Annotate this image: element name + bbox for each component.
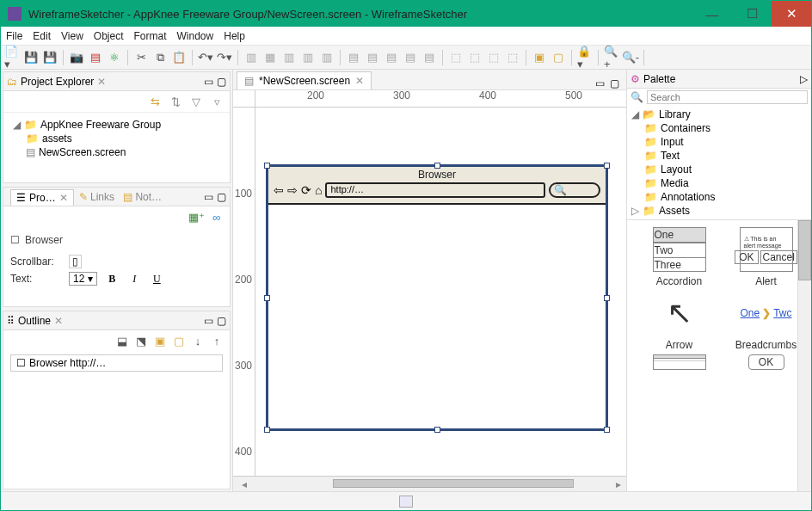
align-bot-icon[interactable]: ▤	[384, 50, 399, 65]
align-right-icon[interactable]: ▥	[281, 50, 297, 65]
maxview-icon[interactable]: ▢	[217, 315, 226, 327]
ol-icon[interactable]: ⬓	[114, 333, 130, 348]
align5-icon[interactable]: ▤	[421, 50, 437, 65]
redo-icon[interactable]: ↷▾	[217, 50, 232, 65]
palette-cat[interactable]: Containers	[661, 122, 710, 134]
palette-item-partial[interactable]: OK	[724, 354, 808, 370]
align-center-icon[interactable]: ▦	[262, 50, 278, 65]
canvas[interactable]: Browser ⇦ ⇨ ⟳ ⌂ http://… 🔍	[255, 108, 626, 476]
add-icon[interactable]: ▦⁺	[188, 209, 204, 225]
minimize-icon[interactable]: ▭	[204, 76, 213, 88]
save-icon[interactable]: 💾	[23, 50, 39, 65]
status-icon[interactable]	[399, 496, 413, 508]
palette-library[interactable]: Library	[659, 108, 691, 120]
palette-item-breadcrumbs[interactable]: One ❯ Twc Breadcrumbs	[724, 291, 808, 351]
paste-icon[interactable]: 📋	[171, 50, 187, 65]
menu-edit[interactable]: Edit	[33, 30, 51, 42]
copy-icon[interactable]: ⧉	[152, 50, 168, 65]
group-icon[interactable]: ▣	[532, 50, 547, 65]
pdf-icon[interactable]: ▤	[88, 50, 103, 65]
zoomin-icon[interactable]: 🔍+	[604, 50, 619, 65]
link-editor-icon[interactable]: ⇅	[168, 94, 183, 109]
ol-icon[interactable]: ▢	[171, 333, 187, 348]
tree-root[interactable]: AppKnee Freeware Group	[40, 119, 161, 131]
dist4-icon[interactable]: ⬚	[505, 50, 520, 65]
close-icon[interactable]: ✕	[59, 192, 68, 204]
horizontal-scrollbar[interactable]: ◂ ▸	[233, 476, 626, 491]
tree-item-screen[interactable]: NewScreen.screen	[39, 146, 126, 158]
zoomout-icon[interactable]: 🔍-	[623, 50, 638, 65]
dist3-icon[interactable]: ⬚	[486, 50, 501, 65]
palette-cat[interactable]: Text	[661, 150, 680, 162]
expander-icon[interactable]: ◢	[631, 108, 639, 120]
expander-icon[interactable]: ▷	[631, 205, 639, 217]
project-explorer-tab[interactable]: Project Explorer	[21, 76, 94, 88]
italic-button[interactable]: I	[126, 273, 142, 286]
menu-help[interactable]: Help	[224, 30, 245, 42]
palette-cat[interactable]: Media	[661, 177, 689, 189]
close-icon[interactable]: ✕	[355, 75, 364, 87]
lock-icon[interactable]: 🔒▾	[577, 50, 593, 65]
align-mid-icon[interactable]: ▤	[365, 50, 380, 65]
scroll-right-icon[interactable]: ▸	[611, 478, 626, 490]
link-icon[interactable]: ∞	[209, 209, 225, 225]
dist2-icon[interactable]: ⬚	[467, 50, 483, 65]
palette-item-alert[interactable]: ⚠ This is an alert messageOKCancel Alert	[724, 227, 808, 287]
palette-cat[interactable]: Input	[661, 136, 684, 148]
palette-item-accordion[interactable]: OneTwoThree Accordion	[637, 227, 721, 287]
ol-icon[interactable]: ↑	[209, 333, 225, 348]
filter-icon[interactable]: ▽	[188, 94, 204, 109]
ol-icon[interactable]: ⬔	[133, 333, 149, 348]
palette-assets[interactable]: Assets	[659, 205, 690, 217]
align4-icon[interactable]: ▤	[403, 50, 418, 65]
camera-icon[interactable]: 📷	[69, 50, 84, 65]
outline-tab[interactable]: Outline	[18, 315, 51, 327]
palette-cat[interactable]: Layout	[661, 163, 692, 175]
maxview-icon[interactable]: ▢	[217, 76, 226, 88]
scroll-left-icon[interactable]: ◂	[233, 478, 255, 490]
tree-item-assets[interactable]: assets	[42, 132, 72, 145]
scrollbar-field[interactable]: ▯	[69, 255, 82, 268]
chevron-right-icon[interactable]: ▷	[800, 73, 808, 85]
menu-window[interactable]: Window	[177, 30, 214, 42]
align3-icon[interactable]: ▥	[319, 50, 335, 65]
palette-cat[interactable]: Annotations	[661, 191, 715, 203]
palette-item-partial[interactable]	[637, 354, 721, 370]
maxview-icon[interactable]: ▢	[610, 77, 619, 89]
palette-search-input[interactable]	[647, 90, 808, 104]
ungroup-icon[interactable]: ▢	[551, 50, 566, 65]
menu-view[interactable]: View	[61, 30, 83, 42]
browser-widget[interactable]: Browser ⇦ ⇨ ⟳ ⌂ http://… 🔍	[266, 164, 608, 431]
close-icon[interactable]: ✕	[54, 315, 63, 327]
tab-notes[interactable]: ▤ Not…	[120, 189, 165, 206]
saveall-icon[interactable]: 💾	[42, 50, 58, 65]
maximize-button[interactable]: ☐	[732, 1, 772, 27]
menu-object[interactable]: Object	[94, 30, 124, 42]
align-top-icon[interactable]: ▤	[346, 50, 361, 65]
editor-tab[interactable]: ▤ *NewScreen.screen ✕	[237, 71, 372, 89]
close-button[interactable]: ✕	[772, 1, 811, 27]
underline-button[interactable]: U	[149, 273, 164, 286]
ol-icon[interactable]: ↓	[190, 333, 206, 348]
minimize-icon[interactable]: ▭	[204, 191, 213, 203]
new-icon[interactable]: 📄▾	[4, 50, 20, 65]
tab-properties[interactable]: ☰Pro…✕	[10, 189, 74, 206]
align2-icon[interactable]: ▥	[300, 50, 316, 65]
share-icon[interactable]: ⚛	[107, 50, 122, 65]
align-left-icon[interactable]: ▥	[243, 50, 259, 65]
tab-links[interactable]: ✎ Links	[76, 189, 118, 206]
cut-icon[interactable]: ✂	[133, 50, 149, 65]
maxview-icon[interactable]: ▢	[217, 191, 226, 203]
menu-file[interactable]: File	[6, 30, 22, 42]
minimize-icon[interactable]: ▭	[595, 77, 605, 89]
outline-item[interactable]: ☐Browser http://…	[10, 354, 223, 372]
dist1-icon[interactable]: ⬚	[448, 50, 464, 65]
text-size-select[interactable]: 12▾	[69, 272, 97, 286]
menu-icon[interactable]: ▿	[209, 94, 225, 109]
undo-icon[interactable]: ↶▾	[198, 50, 213, 65]
ol-icon[interactable]: ▣	[152, 333, 168, 348]
collapse-icon[interactable]: ⇆	[147, 94, 163, 109]
palette-item-arrow[interactable]: ↖ Arrow	[637, 291, 721, 351]
minimize-button[interactable]: —	[692, 1, 732, 27]
expander-icon[interactable]: ◢	[12, 119, 21, 131]
